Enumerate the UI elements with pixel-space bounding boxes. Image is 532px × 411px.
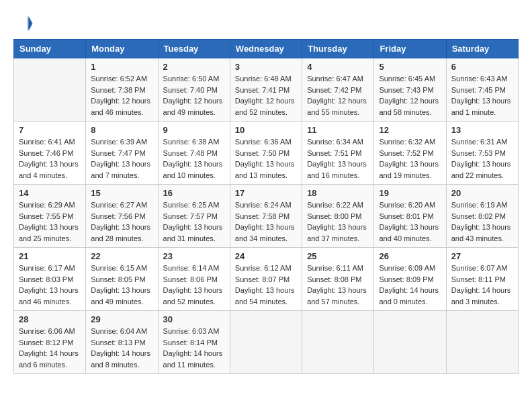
header-cell-saturday: Saturday [446,40,518,58]
week-row-4: 21Sunrise: 6:17 AMSunset: 8:03 PMDayligh… [14,248,519,311]
day-number: 8 [91,125,152,135]
day-info: Sunrise: 6:17 AMSunset: 8:03 PMDaylight:… [19,263,81,307]
day-cell: 3Sunrise: 6:48 AMSunset: 7:41 PMDaylight… [230,58,302,122]
header [13,13,519,34]
day-info: Sunrise: 6:52 AMSunset: 7:38 PMDaylight:… [91,73,152,118]
day-info: Sunrise: 6:03 AMSunset: 8:14 PMDaylight:… [163,326,225,370]
day-cell: 27Sunrise: 6:07 AMSunset: 8:11 PMDayligh… [446,248,518,311]
day-number: 16 [163,188,225,198]
day-info: Sunrise: 6:07 AMSunset: 8:11 PMDaylight:… [451,263,513,307]
day-number: 24 [235,251,297,261]
day-cell [230,311,302,374]
day-number: 2 [163,62,225,72]
day-info: Sunrise: 6:22 AMSunset: 8:00 PMDaylight:… [307,199,369,244]
day-info: Sunrise: 6:24 AMSunset: 7:58 PMDaylight:… [235,199,297,244]
day-number: 27 [451,251,513,261]
day-cell [374,311,446,374]
day-info: Sunrise: 6:41 AMSunset: 7:46 PMDaylight:… [19,136,81,181]
day-cell: 30Sunrise: 6:03 AMSunset: 8:14 PMDayligh… [158,311,230,374]
day-cell: 6Sunrise: 6:43 AMSunset: 7:45 PMDaylight… [446,58,518,122]
day-number: 1 [91,62,152,72]
calendar-header: SundayMondayTuesdayWednesdayThursdayFrid… [14,40,519,58]
header-cell-friday: Friday [374,40,446,58]
day-cell: 17Sunrise: 6:24 AMSunset: 7:58 PMDayligh… [230,185,302,248]
day-cell: 26Sunrise: 6:09 AMSunset: 8:09 PMDayligh… [374,248,446,311]
day-cell [14,58,86,122]
day-number: 6 [451,62,513,72]
day-cell: 5Sunrise: 6:45 AMSunset: 7:43 PMDaylight… [374,58,446,122]
day-info: Sunrise: 6:36 AMSunset: 7:50 PMDaylight:… [235,136,297,181]
day-info: Sunrise: 6:15 AMSunset: 8:05 PMDaylight:… [91,263,152,307]
day-cell: 2Sunrise: 6:50 AMSunset: 7:40 PMDaylight… [158,58,230,122]
day-number: 20 [451,188,513,198]
day-cell: 19Sunrise: 6:20 AMSunset: 8:01 PMDayligh… [374,185,446,248]
day-number: 26 [379,251,441,261]
day-cell: 16Sunrise: 6:25 AMSunset: 7:57 PMDayligh… [158,185,230,248]
day-info: Sunrise: 6:45 AMSunset: 7:43 PMDaylight:… [379,73,441,118]
day-cell: 14Sunrise: 6:29 AMSunset: 7:55 PMDayligh… [14,185,86,248]
day-info: Sunrise: 6:43 AMSunset: 7:45 PMDaylight:… [451,73,513,118]
day-number: 11 [307,125,369,135]
day-number: 5 [379,62,441,72]
day-cell: 28Sunrise: 6:06 AMSunset: 8:12 PMDayligh… [14,311,86,374]
day-info: Sunrise: 6:04 AMSunset: 8:13 PMDaylight:… [91,326,152,370]
day-number: 12 [379,125,441,135]
logo-icon [13,13,34,34]
week-row-3: 14Sunrise: 6:29 AMSunset: 7:55 PMDayligh… [14,185,519,248]
day-number: 22 [91,251,152,261]
day-info: Sunrise: 6:09 AMSunset: 8:09 PMDaylight:… [379,263,441,307]
day-info: Sunrise: 6:31 AMSunset: 7:53 PMDaylight:… [451,136,513,181]
day-cell: 13Sunrise: 6:31 AMSunset: 7:53 PMDayligh… [446,122,518,185]
day-number: 18 [307,188,369,198]
day-info: Sunrise: 6:06 AMSunset: 8:12 PMDaylight:… [19,326,81,370]
day-number: 4 [307,62,369,72]
day-info: Sunrise: 6:19 AMSunset: 8:02 PMDaylight:… [451,199,513,244]
day-cell: 23Sunrise: 6:14 AMSunset: 8:06 PMDayligh… [158,248,230,311]
day-number: 21 [19,251,81,261]
day-number: 14 [19,188,81,198]
day-number: 17 [235,188,297,198]
day-cell: 9Sunrise: 6:38 AMSunset: 7:48 PMDaylight… [158,122,230,185]
day-cell [302,311,374,374]
day-info: Sunrise: 6:39 AMSunset: 7:47 PMDaylight:… [91,136,152,181]
header-cell-monday: Monday [86,40,158,58]
day-info: Sunrise: 6:12 AMSunset: 8:07 PMDaylight:… [235,263,297,307]
day-cell: 1Sunrise: 6:52 AMSunset: 7:38 PMDaylight… [86,58,158,122]
day-cell: 18Sunrise: 6:22 AMSunset: 8:00 PMDayligh… [302,185,374,248]
day-info: Sunrise: 6:29 AMSunset: 7:55 PMDaylight:… [19,199,81,244]
header-cell-tuesday: Tuesday [158,40,230,58]
calendar-table: SundayMondayTuesdayWednesdayThursdayFrid… [13,39,519,374]
logo [13,13,36,34]
day-cell: 21Sunrise: 6:17 AMSunset: 8:03 PMDayligh… [14,248,86,311]
day-info: Sunrise: 6:20 AMSunset: 8:01 PMDaylight:… [379,199,441,244]
day-info: Sunrise: 6:14 AMSunset: 8:06 PMDaylight:… [163,263,225,307]
day-number: 9 [163,125,225,135]
day-cell: 20Sunrise: 6:19 AMSunset: 8:02 PMDayligh… [446,185,518,248]
day-number: 7 [19,125,81,135]
day-info: Sunrise: 6:50 AMSunset: 7:40 PMDaylight:… [163,73,225,118]
calendar-body: 1Sunrise: 6:52 AMSunset: 7:38 PMDaylight… [14,58,519,374]
day-number: 30 [163,314,225,324]
day-cell: 7Sunrise: 6:41 AMSunset: 7:46 PMDaylight… [14,122,86,185]
day-cell: 12Sunrise: 6:32 AMSunset: 7:52 PMDayligh… [374,122,446,185]
day-info: Sunrise: 6:11 AMSunset: 8:08 PMDaylight:… [307,263,369,307]
day-number: 3 [235,62,297,72]
day-cell: 22Sunrise: 6:15 AMSunset: 8:05 PMDayligh… [86,248,158,311]
day-info: Sunrise: 6:25 AMSunset: 7:57 PMDaylight:… [163,199,225,244]
header-cell-wednesday: Wednesday [230,40,302,58]
day-cell: 15Sunrise: 6:27 AMSunset: 7:56 PMDayligh… [86,185,158,248]
day-info: Sunrise: 6:27 AMSunset: 7:56 PMDaylight:… [91,199,152,244]
day-info: Sunrise: 6:38 AMSunset: 7:48 PMDaylight:… [163,136,225,181]
week-row-5: 28Sunrise: 6:06 AMSunset: 8:12 PMDayligh… [14,311,519,374]
day-number: 23 [163,251,225,261]
day-cell: 8Sunrise: 6:39 AMSunset: 7:47 PMDaylight… [86,122,158,185]
day-cell: 11Sunrise: 6:34 AMSunset: 7:51 PMDayligh… [302,122,374,185]
day-info: Sunrise: 6:32 AMSunset: 7:52 PMDaylight:… [379,136,441,181]
day-cell: 4Sunrise: 6:47 AMSunset: 7:42 PMDaylight… [302,58,374,122]
header-row: SundayMondayTuesdayWednesdayThursdayFrid… [14,40,519,58]
header-cell-sunday: Sunday [14,40,86,58]
day-cell: 25Sunrise: 6:11 AMSunset: 8:08 PMDayligh… [302,248,374,311]
day-info: Sunrise: 6:34 AMSunset: 7:51 PMDaylight:… [307,136,369,181]
day-number: 25 [307,251,369,261]
day-number: 15 [91,188,152,198]
